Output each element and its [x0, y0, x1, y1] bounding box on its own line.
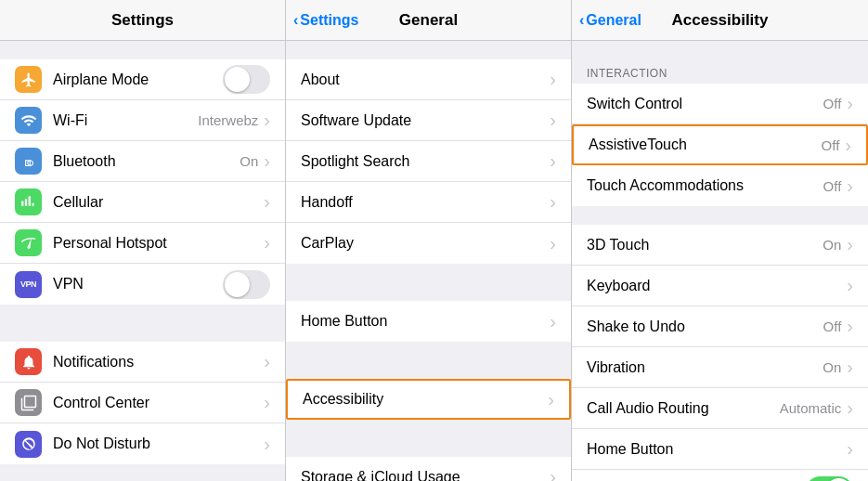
divider2 — [0, 323, 285, 342]
acc-row-reachability[interactable]: Reachability — [572, 470, 868, 481]
gen-row-about[interactable]: About — [286, 59, 571, 100]
assistivetouch-value: Off — [822, 137, 840, 153]
acc-row-3dtouch[interactable]: 3D Touch On — [572, 225, 868, 266]
bluetooth-chevron — [264, 151, 270, 171]
softwareupdate-chevron — [550, 110, 556, 130]
notifications-icon — [15, 348, 42, 375]
settings-row-cellular[interactable]: Cellular — [0, 182, 285, 223]
settings-group-1: Airplane Mode Wi-Fi Interwebz ⎄ Bluetoot… — [0, 59, 285, 305]
vpn-icon: VPN — [15, 271, 42, 298]
settings-header: Settings — [0, 0, 285, 41]
spotlight-label: Spotlight Search — [301, 153, 550, 170]
general-header: ‹ Settings General — [286, 0, 571, 41]
donotdisturb-icon — [15, 431, 42, 458]
homebutton-label: Home Button — [301, 313, 550, 330]
handoff-label: Handoff — [301, 194, 550, 211]
storage-chevron — [550, 467, 556, 481]
settings-title: Settings — [111, 11, 174, 30]
softwareupdate-label: Software Update — [301, 112, 550, 129]
settings-row-wifi[interactable]: Wi-Fi Interwebz — [0, 100, 285, 141]
settings-row-hotspot[interactable]: Personal Hotspot — [0, 223, 285, 264]
general-section-2: Home Button — [286, 301, 571, 342]
airplane-toggle[interactable] — [223, 65, 270, 94]
acc-back-chevron-icon: ‹ — [579, 12, 584, 29]
storage-label: Storage & iCloud Usage — [301, 469, 550, 482]
accessibility-back-label: General — [586, 12, 641, 29]
about-label: About — [301, 72, 550, 88]
general-title: General — [399, 11, 458, 30]
accessibility-label: Accessibility — [303, 391, 548, 408]
reachability-toggle[interactable] — [806, 476, 853, 482]
accessibility-chevron — [548, 390, 554, 410]
hotspot-label: Personal Hotspot — [53, 235, 264, 252]
gen-row-storage[interactable]: Storage & iCloud Usage — [286, 457, 571, 481]
settings-row-notifications[interactable]: Notifications — [0, 342, 285, 383]
about-chevron — [550, 70, 556, 89]
vpn-toggle[interactable] — [223, 270, 270, 299]
keyboard-label: Keyboard — [587, 278, 847, 294]
acc-divider1 — [572, 41, 868, 59]
settings-row-control[interactable]: Control Center — [0, 383, 285, 423]
acc-row-homebuttonacc[interactable]: Home Button — [572, 429, 868, 470]
gen-row-spotlight[interactable]: Spotlight Search — [286, 141, 571, 182]
shaketoundu-label: Shake to Undo — [587, 318, 823, 335]
wifi-value: Interwebz — [198, 112, 258, 128]
carplay-label: CarPlay — [301, 235, 550, 252]
settings-group-2: Notifications Control Center Do Not Dist… — [0, 342, 285, 464]
shaketoundu-chevron — [847, 317, 853, 336]
carplay-chevron — [550, 234, 556, 254]
gen-divider4 — [286, 438, 571, 457]
vpn-label: VPN — [53, 276, 223, 292]
acc-row-shaketoundu[interactable]: Shake to Undo Off — [572, 306, 868, 347]
accessibility-back-button[interactable]: ‹ General — [579, 12, 641, 29]
general-section-1: About Software Update Spotlight Search H… — [286, 59, 571, 264]
3dtouch-label: 3D Touch — [587, 237, 823, 254]
3dtouch-value: On — [823, 237, 841, 253]
gen-row-accessibility[interactable]: Accessibility — [286, 379, 571, 420]
general-back-button[interactable]: ‹ Settings — [293, 12, 358, 29]
settings-row-airplane[interactable]: Airplane Mode — [0, 59, 285, 100]
acc-row-keyboard[interactable]: Keyboard — [572, 266, 868, 306]
switchcontrol-value: Off — [823, 96, 842, 111]
3dtouch-chevron — [847, 235, 853, 254]
accessibility-column: ‹ General Accessibility INTERACTION Swit… — [572, 0, 868, 481]
assistivetouch-chevron — [845, 136, 851, 155]
gen-row-handoff[interactable]: Handoff — [286, 182, 571, 223]
homebuttonacc-label: Home Button — [587, 441, 847, 458]
gen-row-homebutton[interactable]: Home Button — [286, 301, 571, 342]
callaudiorouting-chevron — [847, 398, 853, 418]
acc-row-touchaccommodations[interactable]: Touch Accommodations Off — [572, 165, 868, 206]
gen-row-softwareupdate[interactable]: Software Update — [286, 100, 571, 141]
vibration-chevron — [847, 358, 853, 377]
acc-row-switchcontrol[interactable]: Switch Control Off — [572, 84, 868, 124]
gen-divider2 — [286, 282, 571, 301]
vibration-label: Vibration — [587, 359, 823, 376]
settings-column: Settings Airplane Mode — [0, 0, 286, 481]
control-chevron — [264, 393, 270, 412]
wifi-chevron — [264, 110, 270, 130]
control-label: Control Center — [53, 395, 264, 411]
acc-row-vibration[interactable]: Vibration On — [572, 347, 868, 388]
bluetooth-value: On — [240, 153, 258, 169]
gen-divider1 — [286, 41, 571, 59]
gen-row-carplay[interactable]: CarPlay — [286, 223, 571, 264]
app-container: Settings Airplane Mode — [0, 0, 868, 481]
settings-row-donotdisturb[interactable]: Do Not Disturb — [0, 423, 285, 464]
switchcontrol-chevron — [847, 94, 853, 113]
switchcontrol-label: Switch Control — [587, 96, 823, 112]
acc-row-callaudiorouting[interactable]: Call Audio Routing Automatic — [572, 388, 868, 429]
acc-section-interaction: Switch Control Off AssistiveTouch Off To… — [572, 84, 868, 206]
callaudiorouting-label: Call Audio Routing — [587, 400, 780, 417]
settings-row-bluetooth[interactable]: ⎄ Bluetooth On — [0, 141, 285, 182]
accessibility-list: INTERACTION Switch Control Off Assistive… — [572, 41, 868, 481]
homebutton-chevron — [550, 312, 556, 332]
acc-divider2 — [572, 206, 868, 225]
general-list: About Software Update Spotlight Search H… — [286, 41, 571, 481]
gen-divider3 — [286, 360, 571, 379]
handoff-chevron — [550, 192, 556, 212]
general-section-4: Storage & iCloud Usage Background App Re… — [286, 457, 571, 481]
touchaccommodations-value: Off — [823, 178, 842, 194]
assistivetouch-label: AssistiveTouch — [589, 136, 822, 153]
acc-row-assistivetouch[interactable]: AssistiveTouch Off — [572, 124, 868, 165]
settings-row-vpn[interactable]: VPN VPN — [0, 264, 285, 305]
